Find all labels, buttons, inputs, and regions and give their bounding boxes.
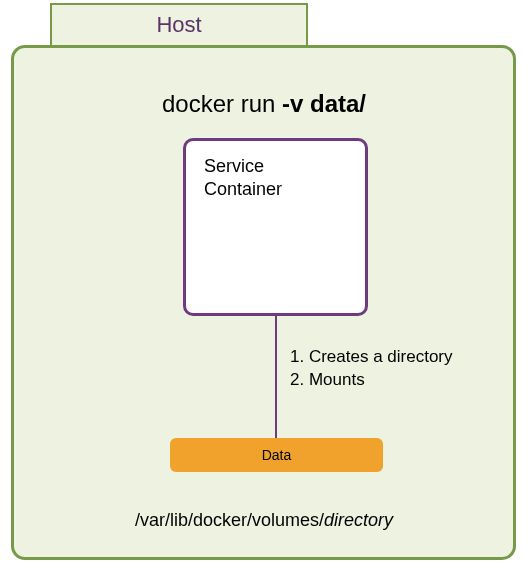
service-line1: Service [204,155,347,178]
service-line2: Container [204,178,347,201]
connector-line [275,316,277,439]
step-1: 1. Creates a directory [290,346,453,369]
service-container-box: Service Container [183,138,368,316]
steps-text: 1. Creates a directory 2. Mounts [290,346,453,392]
host-tab: Host [50,3,308,47]
volume-path: /var/lib/docker/volumes/directory [0,510,528,531]
data-volume-box: Data [170,438,383,472]
path-prefix: /var/lib/docker/volumes/ [135,510,324,530]
data-label: Data [262,447,292,463]
step-2: 2. Mounts [290,369,453,392]
command-title: docker run -v data/ [0,90,528,118]
host-label: Host [156,12,201,38]
command-prefix: docker run [162,90,282,117]
path-directory: directory [324,510,393,530]
command-flag: -v data/ [282,90,366,117]
